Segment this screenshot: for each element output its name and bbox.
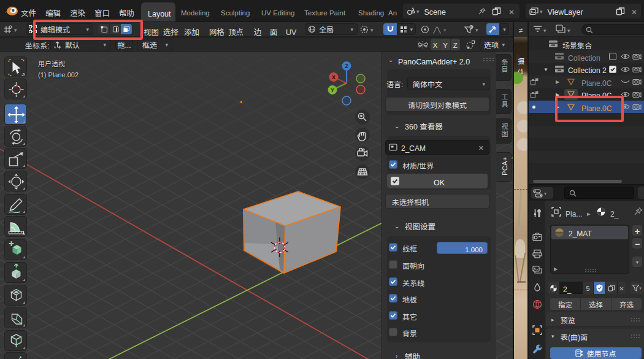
svg-text:Y: Y xyxy=(331,86,334,94)
svg-text:X: X xyxy=(332,73,335,81)
svg-text:Z: Z xyxy=(345,62,348,70)
